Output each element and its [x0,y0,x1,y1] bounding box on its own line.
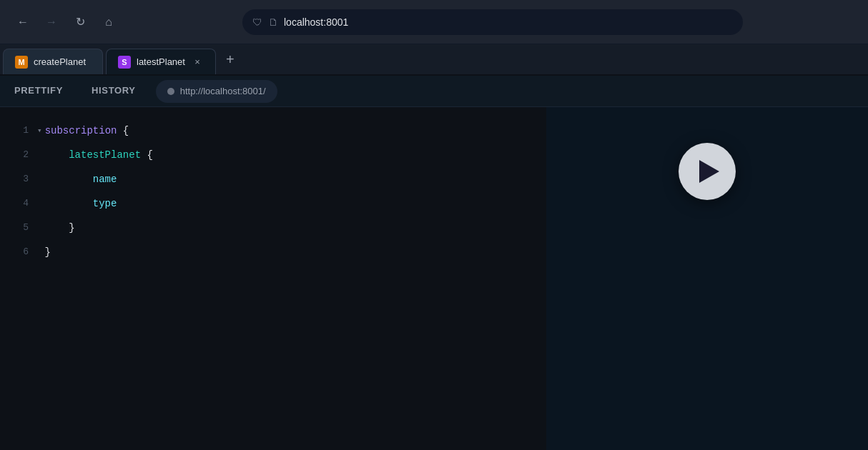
line-toggle-2 [37,143,42,167]
page-icon: 🗋 [268,16,278,28]
code-line-5: 5 } [0,216,546,240]
history-button[interactable]: HISTORY [77,76,150,107]
keyword-latestplanet: latestPlanet [45,143,141,167]
line-number-1: 1 [11,119,29,143]
address-bar[interactable]: 🛡 🗋 localhost:8001 [242,9,743,35]
tabs-bar: M createPlanet S latestPlanet × + [0,44,868,76]
brace-close-1: } [45,216,75,240]
tab-label-latestplanet: latestPlanet [137,56,185,67]
brace-close-2: } [45,240,51,264]
back-button[interactable]: ← [11,11,34,34]
forward-button[interactable]: → [40,11,63,34]
line-toggle-1[interactable]: ▾ [37,119,42,143]
shield-icon: 🛡 [252,16,262,28]
tab-label-createplanet: createPlanet [34,56,91,67]
editor-pane[interactable]: 1 ▾ subscription { 2 latestPlanet { 3 na… [0,107,546,450]
line-toggle-3 [37,167,42,191]
endpoint-status-dot [167,88,174,95]
tab-close-latestplanet[interactable]: × [191,56,204,69]
code-line-3: 3 name [0,167,546,191]
home-button[interactable]: ⌂ [97,11,120,34]
toolbar: PRETTIFY HISTORY http://localhost:8001/ [0,76,868,107]
brace-open-1: { [117,119,129,143]
code-line-6: 6 } [0,240,546,264]
play-button[interactable] [679,143,736,200]
browser-chrome: ← → ↻ ⌂ 🛡 🗋 localhost:8001 [0,0,868,44]
keyword-subscription: subscription [45,119,117,143]
line-toggle-5 [37,216,42,240]
line-number-6: 6 [11,240,29,264]
line-number-5: 5 [11,216,29,240]
tab-latestplanet[interactable]: S latestPlanet × [106,49,216,74]
code-line-1: 1 ▾ subscription { [0,119,546,143]
field-type: type [45,191,117,216]
field-name: name [45,167,117,191]
line-toggle-6 [37,240,42,264]
code-line-2: 2 latestPlanet { [0,143,546,167]
address-text: localhost:8001 [284,16,733,28]
right-panel [546,107,868,450]
line-number-3: 3 [11,167,29,191]
editor-area: 1 ▾ subscription { 2 latestPlanet { 3 na… [0,107,868,450]
tab-favicon-createplanet: M [15,56,28,69]
new-tab-button[interactable]: + [219,48,242,71]
tab-createplanet[interactable]: M createPlanet [3,49,103,74]
brace-open-2: { [141,143,153,167]
endpoint-pill[interactable]: http://localhost:8001/ [156,80,277,103]
line-number-2: 2 [11,143,29,167]
code-line-4: 4 type [0,191,546,216]
nav-buttons: ← → ↻ ⌂ [11,11,120,34]
endpoint-url: http://localhost:8001/ [180,86,266,96]
line-number-4: 4 [11,191,29,216]
tab-favicon-latestplanet: S [118,56,131,69]
reload-button[interactable]: ↻ [69,11,92,34]
line-toggle-4 [37,191,42,216]
prettify-button[interactable]: PRETTIFY [0,76,77,107]
